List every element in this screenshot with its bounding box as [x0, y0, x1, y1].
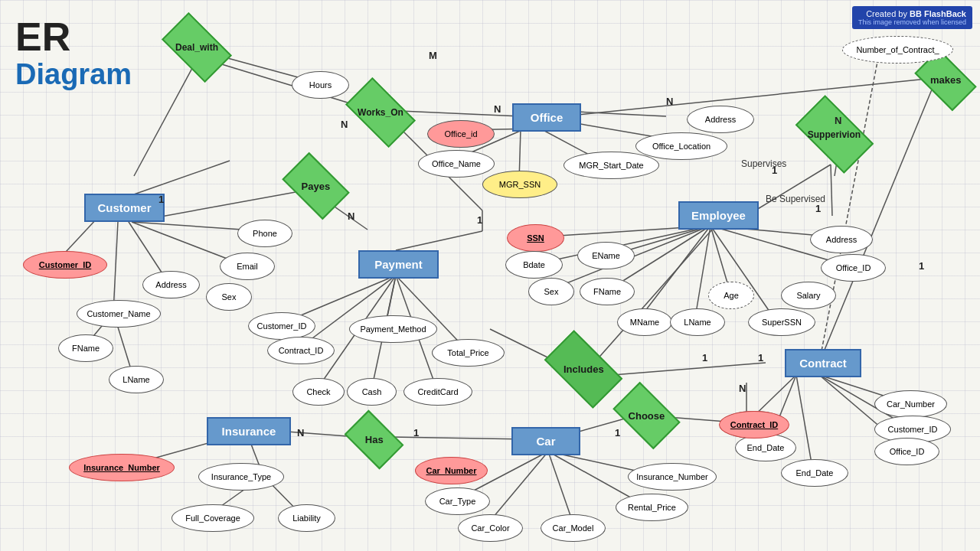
watermark: Created by BB FlashBack This image remov… — [852, 6, 972, 29]
end-date-attr: End_Date — [735, 434, 796, 461]
svg-line-3 — [400, 111, 521, 116]
mult-1-4: 1 — [815, 203, 821, 214]
office-location-attr: Office_Location — [635, 132, 727, 160]
mult-1-7: 1 — [615, 427, 620, 439]
mult-1-9: 1 — [919, 260, 924, 272]
mult-1-1: 1 — [477, 214, 482, 226]
bdate-attr: Bdate — [505, 251, 563, 279]
insurance-number-attr: Insurance_Number — [69, 454, 175, 481]
end-date-cont-attr: End_Date — [781, 459, 848, 487]
car-model-attr: Car_Model — [541, 514, 606, 542]
office-id-emp-attr: Office_ID — [821, 254, 886, 282]
mult-n-7: N — [297, 427, 304, 439]
number-of-contract-attr: Number_of_Contract_ — [842, 36, 953, 64]
lname-cust-attr: LName — [109, 366, 164, 393]
er-label: ER — [15, 15, 132, 59]
mult-1-2: 1 — [158, 194, 164, 205]
supervises-label: Supervises — [741, 158, 786, 169]
customer-id-attr: Customer_ID — [23, 251, 107, 279]
watermark-brand: BB FlashBack — [910, 9, 966, 18]
contract-id-pay-attr: Contract_ID — [267, 337, 335, 364]
office-id-attr: Office_id — [427, 120, 495, 148]
makes-relationship: makes — [919, 63, 972, 97]
watermark-note: This image removed when licensed — [858, 18, 966, 26]
payment-method-attr: Payment_Method — [349, 315, 437, 343]
payes-relationship: Payes — [287, 167, 345, 205]
superssn-attr: SuperSSN — [748, 308, 815, 336]
liability-attr: Liability — [278, 504, 335, 532]
employee-entity: Employee — [678, 201, 759, 230]
mult-m-1: M — [429, 50, 437, 61]
svg-line-14 — [831, 165, 832, 216]
mult-1-8: 1 — [413, 427, 419, 439]
age-attr: Age — [708, 282, 754, 309]
cash-attr: Cash — [347, 378, 397, 406]
contract-entity: Contract — [785, 349, 861, 377]
ssn-attr: SSN — [507, 224, 564, 252]
svg-line-21 — [695, 226, 710, 318]
works-on-relationship: Works_On — [350, 93, 411, 132]
svg-line-28 — [132, 161, 230, 195]
salary-attr: Salary — [781, 282, 836, 309]
ename-attr: EName — [577, 242, 635, 269]
car-type-attr: Car_Type — [425, 487, 490, 515]
svg-line-11 — [564, 77, 949, 116]
car-number-cont-attr: Car_Number — [874, 390, 947, 418]
mult-1-3: 1 — [772, 165, 777, 176]
office-id-cont-attr: Office_ID — [874, 438, 939, 465]
svg-line-47 — [612, 363, 766, 375]
mult-n-3: N — [666, 96, 673, 107]
insurance-number-car-attr: Insurance_Number — [628, 463, 717, 491]
mult-n-6: N — [739, 383, 746, 394]
hours-attr: Hours — [292, 71, 349, 99]
mult-n-5: N — [835, 115, 841, 126]
customer-id-pay-attr: Customer_ID — [248, 312, 315, 340]
phone-attr: Phone — [237, 220, 292, 247]
mult-n-4: N — [348, 210, 354, 222]
total-price-attr: Total_Price — [432, 339, 505, 367]
mult-n-2: N — [494, 103, 501, 115]
insurance-entity: Insurance — [207, 417, 291, 445]
fname-cust-attr: FName — [58, 334, 113, 362]
svg-line-57 — [390, 437, 528, 439]
mult-1-6: 1 — [758, 352, 763, 364]
svg-line-0 — [134, 60, 197, 176]
fname-emp-attr: FName — [580, 278, 635, 305]
payment-entity: Payment — [358, 250, 439, 279]
customer-name-attr: Customer_Name — [77, 300, 161, 328]
customer-entity: Customer — [84, 194, 165, 222]
sex-cust-attr: Sex — [206, 283, 252, 311]
office-entity: Office — [512, 103, 581, 132]
check-attr: Check — [292, 378, 345, 406]
has-relationship: Has — [349, 422, 399, 457]
mult-n-1: N — [341, 119, 348, 130]
svg-line-44 — [396, 231, 482, 250]
mult-1-5: 1 — [702, 352, 707, 364]
deal-with-relationship: Deal_with — [166, 28, 227, 67]
svg-line-31 — [113, 207, 119, 312]
mgr-ssn-attr: MGR_SSN — [482, 171, 557, 198]
rental-price-attr: Rental_Price — [616, 494, 688, 521]
lname-emp-attr: LName — [670, 308, 725, 336]
sex-emp-attr: Sex — [528, 278, 574, 305]
watermark-created: Created by — [866, 9, 907, 18]
mgr-start-date-attr: MGR_Start_Date — [564, 152, 659, 179]
creditcard-attr: CreditCard — [403, 378, 472, 406]
car-number-attr: Car_Number — [415, 457, 488, 484]
mname-attr: MName — [617, 308, 672, 336]
svg-line-53 — [796, 375, 813, 472]
er-title: ER Diagram — [15, 15, 132, 91]
contract-id-attr: Contract_ID — [719, 411, 789, 439]
address-cust-attr: Address — [142, 271, 200, 298]
address-emp-attr: Address — [810, 226, 873, 253]
includes-relationship: Includes — [549, 348, 618, 390]
address-office-attr: Address — [687, 106, 754, 133]
email-attr: Email — [220, 253, 275, 280]
full-coverage-attr: Full_Coverage — [172, 504, 254, 532]
diagram-label: Diagram — [15, 59, 132, 91]
choose-relationship: Choose — [618, 396, 675, 435]
svg-line-69 — [819, 46, 880, 363]
car-entity: Car — [511, 427, 580, 455]
car-color-attr: Car_Color — [458, 514, 523, 542]
insurance-type-attr: Insurance_Type — [198, 463, 284, 491]
